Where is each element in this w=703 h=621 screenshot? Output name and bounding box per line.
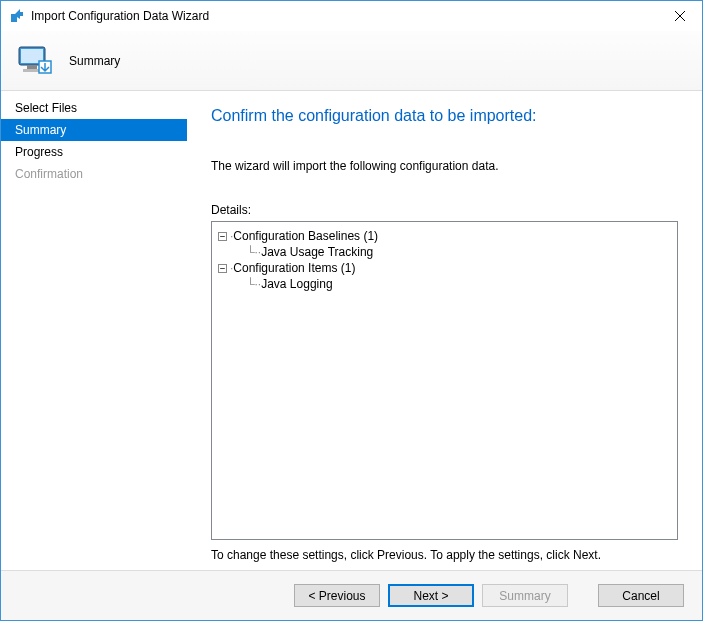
titlebar: Import Configuration Data Wizard xyxy=(1,1,702,31)
page-heading: Confirm the configuration data to be imp… xyxy=(211,107,678,125)
wizard-content: Confirm the configuration data to be imp… xyxy=(187,91,702,570)
wizard-header: Summary xyxy=(1,31,702,91)
window-title: Import Configuration Data Wizard xyxy=(31,9,657,23)
previous-button[interactable]: < Previous xyxy=(294,584,380,607)
next-button[interactable]: Next > xyxy=(388,584,474,607)
tree-label: Java Logging xyxy=(261,277,332,291)
tree-label: Configuration Baselines (1) xyxy=(233,229,378,243)
wizard-footer: < Previous Next > Summary Cancel xyxy=(1,570,702,620)
monitor-icon xyxy=(15,41,55,81)
tree-node-items[interactable]: −·Configuration Items (1) xyxy=(218,260,671,276)
app-icon xyxy=(9,8,25,24)
tree-label: Java Usage Tracking xyxy=(261,245,373,259)
details-tree[interactable]: −·Configuration Baselines (1) └··Java Us… xyxy=(211,221,678,540)
wizard-window: Import Configuration Data Wizard Summary… xyxy=(0,0,703,621)
svg-rect-4 xyxy=(27,65,37,69)
tree-label: Configuration Items (1) xyxy=(233,261,355,275)
close-button[interactable] xyxy=(657,1,702,31)
collapse-icon[interactable]: − xyxy=(218,264,227,273)
step-select-files[interactable]: Select Files xyxy=(1,97,187,119)
cancel-button[interactable]: Cancel xyxy=(598,584,684,607)
step-confirmation: Confirmation xyxy=(1,163,187,185)
summary-button: Summary xyxy=(482,584,568,607)
step-progress[interactable]: Progress xyxy=(1,141,187,163)
wizard-steps: Select Files Summary Progress Confirmati… xyxy=(1,91,187,570)
tree-node-baselines[interactable]: −·Configuration Baselines (1) xyxy=(218,228,671,244)
details-label: Details: xyxy=(211,203,678,217)
hint-text: To change these settings, click Previous… xyxy=(211,548,678,562)
collapse-icon[interactable]: − xyxy=(218,232,227,241)
tree-leaf-baselines[interactable]: └··Java Usage Tracking xyxy=(218,244,671,260)
intro-text: The wizard will import the following con… xyxy=(211,159,678,173)
tree-leaf-items[interactable]: └··Java Logging xyxy=(218,276,671,292)
step-summary[interactable]: Summary xyxy=(1,119,187,141)
close-icon xyxy=(675,11,685,21)
header-title: Summary xyxy=(69,54,120,68)
wizard-body: Select Files Summary Progress Confirmati… xyxy=(1,91,702,570)
